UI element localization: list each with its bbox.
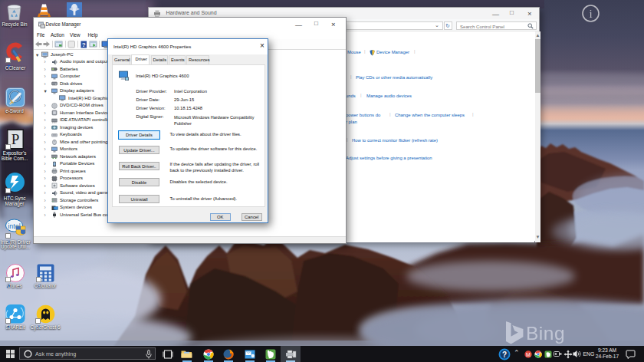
svg-text:?: ? (502, 350, 507, 358)
svg-text:i: i (589, 8, 592, 20)
svg-text:P: P (12, 131, 20, 147)
svg-text:Bing: Bing (526, 323, 565, 344)
svg-text:?: ? (82, 41, 86, 48)
svg-text:M: M (526, 351, 531, 357)
